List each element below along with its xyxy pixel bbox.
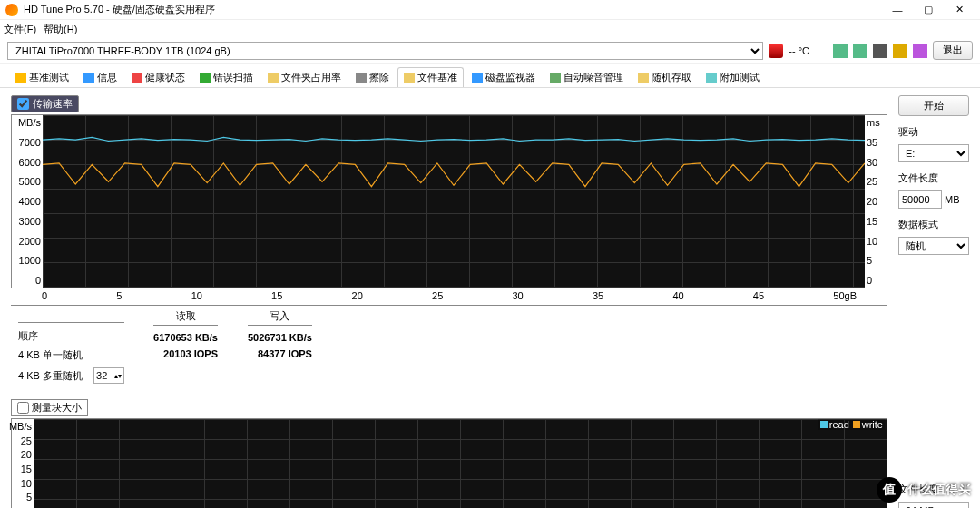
erase-icon	[356, 73, 367, 83]
toolbar: ZHITAI TiPro7000 THREE-BODY 1TB (1024 gB…	[0, 38, 980, 64]
datamode-select[interactable]: 随机	[898, 237, 969, 255]
multi-queue-spinner[interactable]: 32▴▾	[93, 367, 124, 384]
drive-letter-select[interactable]: E:	[898, 144, 969, 162]
row-4k-multi-label: 4 KB 多重随机 32▴▾	[18, 365, 124, 386]
drive-select[interactable]: ZHITAI TiPro7000 THREE-BODY 1TB (1024 gB…	[7, 42, 763, 60]
tab-info[interactable]: 信息	[77, 67, 123, 87]
menu-file[interactable]: 文件(F)	[4, 23, 36, 36]
row-4k-single-label: 4 KB 单一随机	[18, 346, 124, 365]
menu-help[interactable]: 帮助(H)	[44, 23, 77, 36]
menubar: 文件(F) 帮助(H)	[0, 20, 980, 38]
start-button[interactable]: 开始	[898, 95, 969, 116]
copy-icon[interactable]	[833, 44, 848, 58]
window-title: HD Tune Pro 5.70 - 硬盘/固态硬盘实用程序	[24, 3, 882, 16]
tab-benchmark[interactable]: 基准测试	[9, 67, 75, 87]
sound-icon	[550, 73, 561, 83]
seq-write-value: 5026731 KB/s	[248, 329, 312, 346]
tab-extra[interactable]: 附加测试	[700, 67, 766, 87]
exit-button[interactable]: 退出	[933, 41, 973, 60]
search-icon	[200, 73, 211, 83]
titlebar: HD Tune Pro 5.70 - 硬盘/固态硬盘实用程序 — ▢ ✕	[0, 0, 980, 20]
chart-canvas	[43, 115, 865, 288]
tab-aam[interactable]: 自动噪音管理	[544, 67, 630, 87]
watermark-icon: 值	[877, 477, 902, 503]
watermark: 值 什么值得买	[877, 477, 971, 503]
settings-icon[interactable]	[893, 44, 907, 58]
file-icon	[404, 73, 415, 83]
tab-erase[interactable]: 擦除	[349, 67, 396, 87]
x-axis: 05101520253035404550gB	[11, 288, 887, 301]
tabbar: 基准测试 信息 健康状态 错误扫描 文件夹占用率 擦除 文件基准 磁盘监视器 自…	[0, 64, 980, 88]
extra-icon	[706, 73, 717, 83]
filelen-label: 文件长度	[898, 171, 969, 185]
filelen-unit: MB	[945, 194, 960, 205]
drive-label: 驱动	[898, 125, 969, 139]
tab-folderusage[interactable]: 文件夹占用率	[261, 67, 348, 87]
bolt-icon	[15, 73, 26, 83]
y-axis-left: MB/s 70006000500040003000200010000	[12, 115, 43, 288]
filelen-input[interactable]	[898, 190, 942, 209]
tab-errorscan[interactable]: 错误扫描	[193, 67, 260, 87]
4k1-read-value: 20103 IOPS	[153, 346, 218, 362]
chart2-legend: read write	[818, 419, 885, 430]
row-sequential-label: 顺序	[18, 327, 124, 346]
folder-icon	[268, 73, 279, 83]
thermometer-icon	[769, 44, 783, 58]
heart-icon	[132, 73, 142, 83]
chart-blocksize: MB/s 2520151050 read write	[11, 418, 887, 508]
monitor-icon	[472, 73, 483, 83]
tab-random[interactable]: 随机存取	[632, 67, 698, 87]
tab-health[interactable]: 健康状态	[125, 67, 191, 87]
tab-filebenchmark[interactable]: 文件基准	[397, 67, 464, 87]
screenshot-icon[interactable]	[853, 44, 867, 58]
maximize-button[interactable]: ▢	[913, 1, 944, 19]
4k1-write-value: 84377 IOPS	[248, 346, 312, 362]
transfer-rate-check-input[interactable]	[17, 98, 29, 110]
datamode-label: 数据模式	[898, 218, 969, 231]
tab-diskmonitor[interactable]: 磁盘监视器	[466, 67, 542, 87]
app-icon	[5, 4, 18, 16]
temperature-value: -- °C	[789, 45, 809, 56]
blocksize-check-input[interactable]	[17, 402, 29, 414]
chart2-canvas: read write	[34, 419, 887, 508]
y-axis-right: ms 35302520151050	[865, 115, 887, 288]
close-button[interactable]: ✕	[944, 1, 975, 19]
info-icon	[83, 73, 94, 83]
filelen2-select[interactable]: 64 MB	[898, 502, 969, 508]
chart-transfer: MB/s 70006000500040003000200010000 ms 35…	[11, 114, 887, 288]
results-table: 顺序 4 KB 单一随机 4 KB 多重随机 32▴▾ 读取 6170653 K…	[11, 305, 887, 390]
transfer-rate-checkbox[interactable]: 传输速率	[11, 95, 79, 112]
save-icon[interactable]	[913, 44, 927, 58]
blocksize-checkbox[interactable]: 测量块大小	[11, 399, 88, 416]
minimize-button[interactable]: —	[882, 1, 913, 19]
sidebar: 开始 驱动 E: 文件长度 MB 数据模式 随机 文件长度 64 MB	[898, 95, 969, 508]
random-icon	[638, 73, 649, 83]
seq-read-value: 6170653 KB/s	[153, 329, 218, 346]
camera-icon[interactable]	[873, 44, 887, 58]
